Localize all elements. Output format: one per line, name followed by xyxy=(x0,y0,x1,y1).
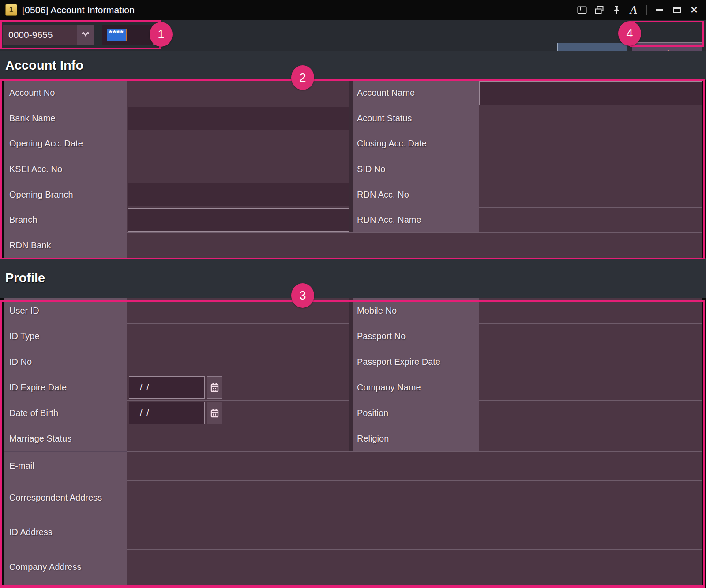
chevron-down-icon[interactable] xyxy=(77,25,94,45)
field-value-position xyxy=(479,400,702,426)
field-label: Account No xyxy=(4,80,127,106)
field-value-mobile-no xyxy=(479,298,702,323)
field-value-branch xyxy=(127,207,349,233)
calendar-icon[interactable] xyxy=(207,376,222,399)
field-label: KSEI Acc. No xyxy=(4,157,127,182)
field-label: ID Expire Date xyxy=(4,375,127,400)
account-name-input[interactable] xyxy=(479,81,702,105)
field-label: Account Name xyxy=(353,80,479,106)
field-label: ID No xyxy=(4,349,127,375)
field-value-rdn-acc-no xyxy=(479,182,702,207)
field-value-passport-expire-date xyxy=(479,349,702,375)
id-expire-date-input[interactable]: / / xyxy=(129,376,205,399)
field-label: Branch xyxy=(4,207,127,233)
minimize-icon[interactable] xyxy=(653,4,666,17)
titlebar-icons: A ✕ xyxy=(575,4,701,17)
field-label: Mobile No xyxy=(353,298,479,323)
cascade-windows-icon[interactable] xyxy=(593,4,606,17)
field-label: Acount Status xyxy=(353,106,479,131)
field-value-religion xyxy=(479,426,702,451)
field-label: Date of Birth xyxy=(4,400,127,426)
field-value-id-no xyxy=(127,349,349,375)
field-value-rdn-acc-name xyxy=(479,207,702,233)
field-value-account-name xyxy=(479,80,702,106)
profile-grid: User ID Mobile No ID Type Passport No ID… xyxy=(4,298,702,585)
field-label: Company Name xyxy=(353,375,479,400)
field-value-account-status xyxy=(479,106,702,131)
field-value-id-type xyxy=(127,323,349,349)
close-icon[interactable]: ✕ xyxy=(687,4,701,17)
section-title-account-info: Account Info xyxy=(0,51,706,80)
field-value-marriage-status xyxy=(127,426,349,451)
field-label: Opening Acc. Date xyxy=(4,131,127,157)
field-value-opening-branch xyxy=(127,182,349,207)
field-label: Religion xyxy=(353,426,479,451)
field-value-passport-no xyxy=(479,323,702,349)
field-value-date-of-birth: / / xyxy=(127,400,349,426)
field-label: Company Address xyxy=(4,549,127,585)
field-label: User ID xyxy=(4,298,127,323)
field-label: RDN Acc. No xyxy=(353,182,479,207)
section-title-profile: Profile xyxy=(0,258,706,298)
account-select-value: 0000-9655 xyxy=(3,25,77,45)
branch-input[interactable] xyxy=(128,208,349,232)
field-value-bank-name xyxy=(127,106,349,131)
field-label: RDN Bank xyxy=(4,232,127,258)
field-value-account-no xyxy=(127,80,349,106)
field-value-id-address xyxy=(127,515,702,549)
field-value-company-address xyxy=(127,549,702,585)
window-badge: 1 xyxy=(5,4,17,16)
field-label: ID Type xyxy=(4,323,127,349)
field-value-email xyxy=(127,451,702,480)
account-select[interactable]: 0000-9655 xyxy=(3,25,94,45)
window-title: [0506] Account Information xyxy=(22,5,135,15)
field-value-sid-no xyxy=(479,157,702,182)
font-icon[interactable]: A xyxy=(627,4,640,17)
field-label: RDN Acc. Name xyxy=(353,207,479,233)
field-value-user-id xyxy=(127,298,349,323)
field-label: Closing Acc. Date xyxy=(353,131,479,157)
field-value-opening-acc-date xyxy=(127,131,349,157)
field-label: SID No xyxy=(353,157,479,182)
field-label: Correspondent Address xyxy=(4,480,127,515)
maximize-icon[interactable] xyxy=(670,4,683,17)
field-label: Passport No xyxy=(353,323,479,349)
account-info-grid: Account No Account Name Bank Name Acount… xyxy=(4,80,702,258)
titlebar-separator xyxy=(646,5,647,15)
password-field[interactable]: **** xyxy=(102,25,154,45)
field-value-closing-acc-date xyxy=(479,131,702,157)
field-label: Passport Expire Date xyxy=(353,349,479,375)
password-masked-value: **** xyxy=(107,29,127,41)
field-value-company-name xyxy=(479,375,702,400)
pin-icon[interactable] xyxy=(610,4,623,17)
field-label: ID Address xyxy=(4,515,127,549)
field-label: Marriage Status xyxy=(4,426,127,451)
bank-name-input[interactable] xyxy=(128,107,349,131)
field-label: Bank Name xyxy=(4,106,127,131)
opening-branch-input[interactable] xyxy=(128,183,349,206)
field-label: E-mail xyxy=(4,451,127,480)
field-label: Opening Branch xyxy=(4,182,127,207)
titlebar: 1 [0506] Account Information A ✕ xyxy=(0,0,706,20)
toolbar: 0000-9655 **** Query Update xyxy=(0,20,706,51)
panel-toggle-icon[interactable] xyxy=(575,4,589,17)
field-value-ksei-acc-no xyxy=(127,157,349,182)
field-value-correspondent-address xyxy=(127,480,702,515)
calendar-icon[interactable] xyxy=(207,402,222,424)
field-value-id-expire-date: / / xyxy=(127,375,349,400)
date-of-birth-input[interactable]: / / xyxy=(129,402,205,424)
field-label: Position xyxy=(353,400,479,426)
field-value-rdn-bank xyxy=(127,232,702,258)
